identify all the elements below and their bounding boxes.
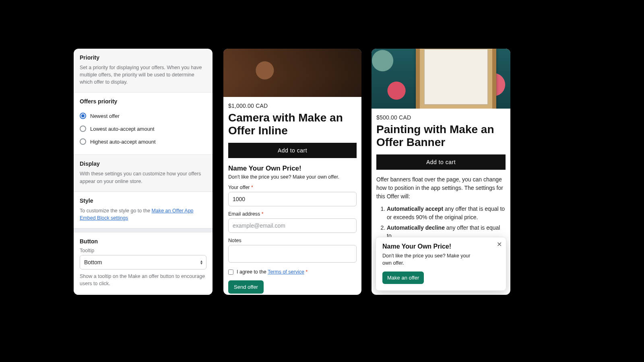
name-your-price-title: Name Your Own Price! <box>228 165 357 173</box>
style-desc: To customize the style go to the Make an… <box>80 207 206 222</box>
notes-input[interactable] <box>228 245 357 263</box>
close-icon[interactable]: ✕ <box>497 241 502 248</box>
make-an-offer-button[interactable]: Make an offer <box>382 272 424 284</box>
name-your-price-sub: Don't like the price you see? Make your … <box>228 174 357 180</box>
section-divider <box>74 228 213 232</box>
radio-newest-offer[interactable]: Newest offer <box>80 109 206 122</box>
notes-label: Notes <box>228 238 357 243</box>
product-image-camera <box>223 49 361 97</box>
required-icon: * <box>305 269 308 275</box>
priority-title: Priority <box>80 54 206 61</box>
display-title: Display <box>80 160 206 167</box>
display-section: Display With these settings you can cust… <box>74 155 213 191</box>
radio-label: Lowest auto-accept amount <box>90 126 155 132</box>
rules-list: Automatically accept any offer that is e… <box>376 205 506 240</box>
email-label: Email address * <box>228 211 357 217</box>
terms-checkbox[interactable] <box>228 269 233 275</box>
product-price: $1,000.00 CAD <box>228 103 357 109</box>
tooltip-label: Tooltip <box>80 248 206 253</box>
style-section: Style To customize the style go to the M… <box>74 192 213 228</box>
product-title: Camera with Make an Offer Inline <box>228 111 357 137</box>
required-icon: * <box>262 211 264 217</box>
radio-icon <box>80 125 86 132</box>
product-title: Painting with Make an Offer Banner <box>376 123 506 149</box>
radio-lowest-auto-accept[interactable]: Lowest auto-accept amount <box>80 122 206 135</box>
product-body: $1,000.00 CAD Camera with Make an Offer … <box>223 97 361 295</box>
terms-checkbox-row[interactable]: I agree to the Terms of service * <box>228 269 357 275</box>
email-input[interactable] <box>228 218 357 233</box>
offers-priority-section: Offers priority Newest offer Lowest auto… <box>74 93 213 155</box>
tooltip-help: Show a tooltip on the Make an offer butt… <box>80 273 206 287</box>
text-section: Text <box>74 294 213 295</box>
button-section: Button Tooltip Bottom ▴▾ Show a tooltip … <box>74 232 213 294</box>
offers-priority-title: Offers priority <box>80 98 206 105</box>
radio-label: Newest offer <box>90 113 120 119</box>
offer-popover: ✕ Name Your Own Price! Don't like the pr… <box>376 237 506 291</box>
add-to-cart-button[interactable]: Add to cart <box>228 143 357 158</box>
product-body: $500.00 CAD Painting with Make an Offer … <box>372 109 510 240</box>
style-prefix: To customize the style go to the <box>80 208 152 214</box>
add-to-cart-button[interactable]: Add to cart <box>376 154 506 170</box>
required-icon: * <box>251 185 253 190</box>
product-inline-panel: $1,000.00 CAD Camera with Make an Offer … <box>223 49 361 295</box>
your-offer-label: Your offer * <box>228 185 357 190</box>
your-offer-input[interactable] <box>228 192 357 206</box>
style-title: Style <box>80 197 206 204</box>
popover-sub: Don't like the price you see? Make your … <box>382 253 475 267</box>
rule-bold: Automatically accept <box>387 206 443 212</box>
offers-priority-radio-group: Newest offer Lowest auto-accept amount H… <box>80 108 206 148</box>
tooltip-select[interactable]: Bottom <box>80 255 206 269</box>
display-desc: With these settings you can customize ho… <box>80 170 206 185</box>
product-price: $500.00 CAD <box>376 114 506 121</box>
radio-icon <box>80 113 86 119</box>
product-image-painting <box>372 49 510 109</box>
radio-highest-auto-accept[interactable]: Highest auto-accept amount <box>80 135 206 148</box>
radio-label: Highest auto-accept amount <box>90 139 156 145</box>
priority-desc: Set a priority for displaying your offer… <box>80 64 206 86</box>
terms-text: I agree to the Terms of service * <box>237 269 308 275</box>
settings-panel: Priority Set a priority for displaying y… <box>74 49 213 295</box>
terms-link[interactable]: Terms of service <box>268 269 304 275</box>
button-section-title: Button <box>80 238 206 245</box>
painting-frame <box>416 49 496 109</box>
priority-section: Priority Set a priority for displaying y… <box>74 49 213 93</box>
send-offer-button[interactable]: Send offer <box>228 280 264 294</box>
popover-title: Name Your Own Price! <box>382 243 500 250</box>
tooltip-select-wrap: Bottom ▴▾ <box>80 255 206 269</box>
rule-item: Automatically accept any offer that is e… <box>387 205 506 221</box>
painting-canvas <box>424 49 488 105</box>
radio-icon <box>80 138 86 145</box>
product-banner-panel: $500.00 CAD Painting with Make an Offer … <box>372 49 510 295</box>
banner-note: Offer banners float over the page, you c… <box>376 175 506 201</box>
rule-bold: Automatically decline <box>387 224 445 231</box>
